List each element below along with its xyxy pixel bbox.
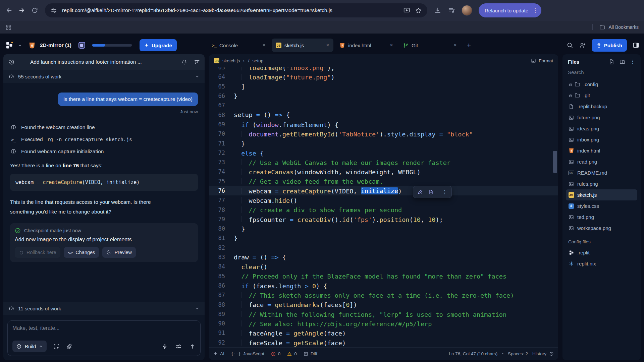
files-search-input[interactable] (568, 69, 635, 75)
code-line-71[interactable]: 71} (209, 138, 558, 148)
code-line-91[interactable]: 91faceAngle = getAngle(face) (209, 328, 558, 338)
line-number[interactable]: 80 (209, 225, 234, 232)
file-row-README.md[interactable]: M↓README.md (566, 167, 637, 178)
line-number[interactable]: 85 (209, 273, 234, 280)
toggle-sidebar-icon[interactable] (633, 42, 639, 49)
code-editor[interactable]: 63loadImage("inbox.png"),64loadImage("fu… (209, 67, 558, 347)
new-tab-button[interactable]: + (463, 39, 475, 52)
code-line-74[interactable]: 74createCanvas(windowWidth, windowHeight… (209, 167, 558, 176)
line-number[interactable]: 78 (209, 206, 234, 213)
thread-title[interactable]: Add launch instructions and footer infor… (19, 59, 176, 65)
code-line-78[interactable]: 78// create a div to show frames per sec… (209, 205, 558, 214)
file-row-inbox.png[interactable]: inbox.png (566, 134, 637, 145)
file-row-ted.png[interactable]: ted.png (566, 212, 637, 223)
line-number[interactable]: 88 (209, 301, 234, 308)
back-icon[interactable] (5, 7, 13, 14)
line-number[interactable]: 67 (209, 102, 234, 109)
code-line-84[interactable]: 84clear() (209, 262, 558, 271)
tab-Git[interactable]: Git× (399, 39, 461, 52)
line-number[interactable]: 73 (209, 159, 234, 166)
code-line-70[interactable]: 70document.getElementById('TabNotice').s… (209, 129, 558, 138)
line-number[interactable]: 66 (209, 93, 234, 99)
code-line-76[interactable]: 76webcam = createCapture(VIDEO, initiali… (209, 186, 558, 195)
all-bookmarks-button[interactable]: All Bookmarks (592, 24, 639, 30)
site-settings-icon[interactable] (50, 7, 57, 14)
stop-button[interactable] (78, 42, 85, 49)
work-summary-bottom[interactable]: 11 seconds of work (3, 302, 205, 315)
changes-button[interactable]: <> Changes (64, 247, 99, 258)
code-line-85[interactable]: 85// Proceed only if the BlazeFace model… (209, 272, 558, 281)
errors-indicator[interactable]: 0 (271, 351, 281, 356)
attachment-icon[interactable] (66, 343, 72, 350)
code-line-75[interactable]: 75// Get a video feed from the webcam. (209, 177, 558, 186)
language-indicator[interactable]: {··} JavaScript (231, 351, 264, 356)
build-mode-button[interactable]: Build (12, 341, 47, 352)
line-number[interactable]: 83 (209, 254, 234, 260)
file-row-styles.css[interactable]: #styles.css (566, 200, 637, 212)
upgrade-button[interactable]: Upgrade (140, 39, 177, 51)
line-number[interactable]: 82 (209, 244, 234, 251)
line-number[interactable]: 64 (209, 73, 234, 80)
code-line-67[interactable]: 67 (209, 101, 558, 110)
reading-list-icon[interactable] (448, 7, 455, 14)
code-line-72[interactable]: 72else { (209, 148, 558, 158)
line-number[interactable]: 69 (209, 121, 234, 128)
code-line-92[interactable]: 92faceScale = getScale(face) (209, 338, 558, 347)
file-row-.replit.backup[interactable]: .replit.backup (566, 101, 637, 112)
file-row-.config[interactable]: .config (566, 79, 637, 90)
tab-Console[interactable]: >_Console× (208, 39, 270, 52)
code-line-65[interactable]: 65] (209, 82, 558, 91)
line-number[interactable]: 71 (209, 140, 234, 147)
copy-to-chat-icon[interactable] (426, 187, 436, 197)
code-line-82[interactable]: 82 (209, 243, 558, 252)
bookmark-star-icon[interactable] (415, 7, 422, 14)
line-number[interactable]: 63 (209, 67, 234, 71)
code-line-89[interactable]: 89// Within the following functions, "le… (209, 309, 558, 319)
code-line-63[interactable]: 63loadImage("inbox.png"), (209, 67, 558, 72)
code-line-68[interactable]: 68setup = () => { (209, 110, 558, 119)
file-row-.replit[interactable]: .replit (566, 247, 637, 258)
file-row-.git[interactable]: .git (566, 90, 637, 101)
ai-status[interactable]: AI (213, 351, 224, 356)
line-number[interactable]: 90 (209, 320, 234, 327)
file-row-index.html[interactable]: 5index.html (566, 145, 637, 156)
code-line-79[interactable]: 79fpsCounter = createDiv().id('fps').pos… (209, 215, 558, 224)
line-number[interactable]: 76 (209, 187, 234, 194)
editor-scrollbar[interactable] (553, 151, 557, 173)
breadcrumb-symbol[interactable]: setup (252, 58, 263, 63)
breadcrumb-file[interactable]: sketch.js (222, 58, 240, 63)
chevron-down-icon[interactable] (195, 306, 200, 311)
code-line-73[interactable]: 73// Use a WebGL Canvas to make our imag… (209, 158, 558, 167)
code-line-86[interactable]: 86if (faces.length > 0) { (209, 281, 558, 290)
line-number[interactable]: 81 (209, 235, 234, 241)
code-line-80[interactable]: 80} (209, 224, 558, 233)
line-number[interactable]: 70 (209, 130, 234, 137)
apps-grid-icon[interactable] (5, 24, 12, 31)
code-line-66[interactable]: 66} (209, 91, 558, 101)
line-number[interactable]: 84 (209, 263, 234, 270)
tab-sketch.js[interactable]: JSsketch.js× (272, 39, 333, 52)
more-options-icon[interactable]: ⋮ (440, 187, 450, 197)
more-menu-icon[interactable]: ⋮ (532, 8, 538, 13)
close-icon[interactable]: × (262, 42, 266, 49)
code-line-88[interactable]: 88face = getLandmarks(faces[0]) (209, 300, 558, 309)
address-bar[interactable]: replit.com/@alfkeih/2D-mirror-1?replId=8… (45, 3, 427, 17)
code-line-81[interactable]: 81} (209, 233, 558, 243)
file-row-workspace.png[interactable]: workspace.png (566, 223, 637, 234)
line-number[interactable]: 79 (209, 216, 234, 223)
file-row-future.png[interactable]: future.png (566, 112, 637, 123)
line-number[interactable]: 74 (209, 168, 234, 175)
line-number[interactable]: 86 (209, 282, 234, 289)
line-number[interactable]: 75 (209, 178, 234, 185)
line-number[interactable]: 91 (209, 329, 234, 336)
downloads-icon[interactable] (434, 7, 441, 14)
notifications-icon[interactable] (181, 59, 187, 65)
invite-icon[interactable] (579, 42, 586, 49)
new-file-icon[interactable] (609, 59, 614, 65)
code-line-87[interactable]: 87// This sketch assumes only one face a… (209, 290, 558, 300)
element-picker-icon[interactable] (53, 343, 60, 350)
relaunch-button[interactable]: Relaunch to update ⋮ (479, 3, 541, 17)
close-icon[interactable]: × (453, 42, 457, 49)
url-text[interactable]: replit.com/@alfkeih/2D-mirror-1?replId=8… (62, 7, 398, 13)
work-summary-top[interactable]: 55 seconds of work (3, 70, 205, 83)
